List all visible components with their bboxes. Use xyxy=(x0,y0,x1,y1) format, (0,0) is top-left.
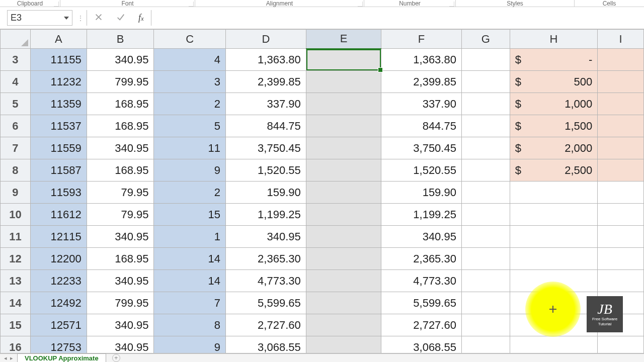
cell[interactable]: 79.95 xyxy=(87,182,154,204)
cell[interactable]: 799.95 xyxy=(87,292,154,314)
row-header[interactable]: 5 xyxy=(1,93,31,115)
cell[interactable]: 11232 xyxy=(30,71,87,93)
cell[interactable] xyxy=(461,182,510,204)
cell[interactable]: 1,199.25 xyxy=(381,204,462,226)
cell[interactable]: 168.95 xyxy=(87,115,154,137)
cell[interactable]: $2,000 xyxy=(510,137,598,159)
cell[interactable]: 12200 xyxy=(30,248,87,270)
ribbon-group-number[interactable]: Number xyxy=(364,0,456,7)
cell[interactable]: 340.95 xyxy=(87,270,154,292)
cell[interactable]: 14 xyxy=(154,248,226,270)
cell[interactable] xyxy=(306,270,381,292)
cell[interactable] xyxy=(306,204,381,226)
col-header-F[interactable]: F xyxy=(381,30,462,49)
row-header[interactable]: 14 xyxy=(1,292,31,314)
cell[interactable]: 1,520.55 xyxy=(226,159,306,182)
cell[interactable] xyxy=(598,137,644,159)
cell[interactable]: 337.90 xyxy=(226,93,306,115)
cell[interactable]: 159.90 xyxy=(226,182,306,204)
row-header[interactable]: 15 xyxy=(1,314,31,336)
cell[interactable]: 12571 xyxy=(30,314,87,336)
col-header-E[interactable]: E xyxy=(306,30,381,49)
cell[interactable]: 168.95 xyxy=(87,248,154,270)
cell[interactable]: 14 xyxy=(154,270,226,292)
cell[interactable]: 340.95 xyxy=(87,137,154,159)
cell[interactable] xyxy=(306,292,381,314)
cell[interactable]: 11593 xyxy=(30,182,87,204)
cell[interactable] xyxy=(306,226,381,248)
select-all-corner[interactable] xyxy=(1,30,31,49)
cell[interactable]: 844.75 xyxy=(226,115,306,137)
row-header[interactable]: 8 xyxy=(1,159,31,182)
name-box[interactable]: E3 xyxy=(7,10,72,26)
cell[interactable]: 1,363.80 xyxy=(226,49,306,71)
cell[interactable]: 11559 xyxy=(30,137,87,159)
grid-row[interactable]: 511359168.952337.90337.90$1,000 xyxy=(1,93,644,115)
cell[interactable] xyxy=(306,93,381,115)
cell[interactable] xyxy=(510,248,598,270)
cell[interactable]: 337.90 xyxy=(381,93,462,115)
cell[interactable] xyxy=(510,226,598,248)
cell[interactable] xyxy=(461,204,510,226)
grid-row[interactable]: 311155340.9541,363.801,363.80$- xyxy=(1,49,644,71)
grid-row[interactable]: 811587168.9591,520.551,520.55$2,500 xyxy=(1,159,644,182)
row-header[interactable]: 11 xyxy=(1,226,31,248)
grid-row[interactable]: 411232799.9532,399.852,399.85$500 xyxy=(1,71,644,93)
cell[interactable]: 3,750.45 xyxy=(381,137,462,159)
cell[interactable] xyxy=(598,248,644,270)
ribbon-group-alignment[interactable]: Alignment xyxy=(195,0,364,7)
cell[interactable] xyxy=(461,226,510,248)
cell[interactable] xyxy=(510,182,598,204)
grid-row[interactable]: 711559340.95113,750.453,750.45$2,000 xyxy=(1,137,644,159)
cell[interactable]: 4,773.30 xyxy=(226,270,306,292)
cell[interactable]: $500 xyxy=(510,71,598,93)
cell[interactable]: 340.95 xyxy=(87,49,154,71)
grid-row[interactable]: 91159379.952159.90159.90 xyxy=(1,182,644,204)
row-header[interactable]: 7 xyxy=(1,137,31,159)
cell[interactable]: 12115 xyxy=(30,226,87,248)
cell[interactable]: $1,500 xyxy=(510,115,598,137)
cell[interactable]: 844.75 xyxy=(381,115,462,137)
cell[interactable] xyxy=(598,115,644,137)
cell[interactable]: 2,399.85 xyxy=(226,71,306,93)
cell[interactable]: 8 xyxy=(154,314,226,336)
cell[interactable] xyxy=(598,182,644,204)
cell[interactable]: 159.90 xyxy=(381,182,462,204)
ribbon-group-cells[interactable]: Cells xyxy=(575,0,644,7)
cell[interactable]: 12492 xyxy=(30,292,87,314)
ribbon-group-font[interactable]: Font xyxy=(60,0,195,7)
cell[interactable] xyxy=(306,182,381,204)
ribbon-group-clipboard[interactable]: Clipboard xyxy=(0,0,60,7)
cell[interactable]: 5,599.65 xyxy=(381,292,462,314)
launcher-icon[interactable] xyxy=(449,2,454,7)
col-header-B[interactable]: B xyxy=(87,30,154,49)
cell[interactable] xyxy=(461,49,510,71)
launcher-icon[interactable] xyxy=(358,2,363,7)
cell[interactable] xyxy=(510,204,598,226)
spreadsheet-grid[interactable]: A B C D E F G H I 311155340.9541,363.801… xyxy=(0,29,644,358)
cell[interactable]: 3 xyxy=(154,71,226,93)
cell[interactable]: 168.95 xyxy=(87,159,154,182)
grid-row[interactable]: 1112115340.951340.95340.95 xyxy=(1,226,644,248)
cell[interactable]: 2,727.60 xyxy=(226,314,306,336)
cell[interactable] xyxy=(598,159,644,182)
col-header-C[interactable]: C xyxy=(154,30,226,49)
cell[interactable]: $1,000 xyxy=(510,93,598,115)
cell[interactable] xyxy=(306,71,381,93)
cell[interactable]: 340.95 xyxy=(87,314,154,336)
cell[interactable]: 2 xyxy=(154,182,226,204)
cell[interactable]: 11359 xyxy=(30,93,87,115)
cell[interactable]: 340.95 xyxy=(226,226,306,248)
cell[interactable] xyxy=(306,115,381,137)
cell[interactable] xyxy=(461,248,510,270)
cell[interactable]: 79.95 xyxy=(87,204,154,226)
cell[interactable] xyxy=(461,115,510,137)
row-header[interactable]: 13 xyxy=(1,270,31,292)
cell[interactable]: 5,599.65 xyxy=(226,292,306,314)
cell[interactable]: $2,500 xyxy=(510,159,598,182)
cell[interactable] xyxy=(461,159,510,182)
sheet-tab-strip[interactable]: ◂▸ VLOOKUP Approximate + xyxy=(0,353,644,362)
col-header-H[interactable]: H xyxy=(510,30,598,49)
cell[interactable]: 1,520.55 xyxy=(381,159,462,182)
sheet-tab-active[interactable]: VLOOKUP Approximate xyxy=(17,353,106,362)
